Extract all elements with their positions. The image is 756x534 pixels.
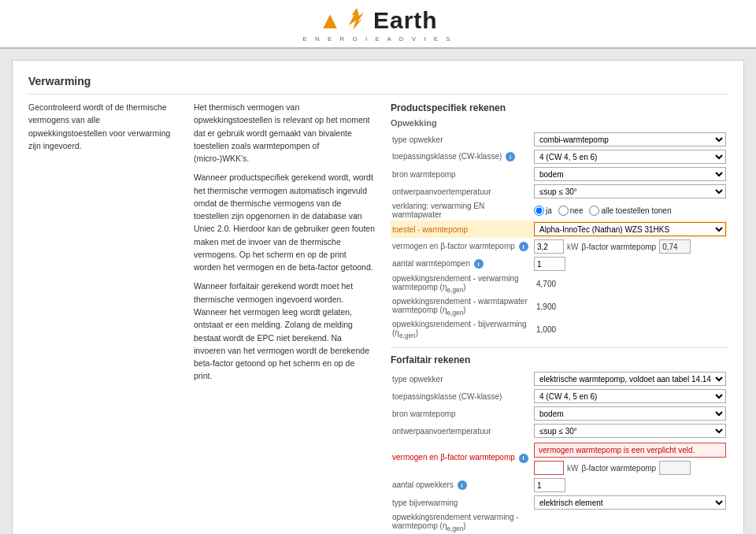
mid-text2: Wanneer productspecifiek gerekend wordt,… [194,171,375,273]
table-row-error: vermogen en β-factor warmtepomp i vermog… [391,439,728,477]
page-title: Verwarming [28,75,728,87]
forfaitair-table: type opwekker elektrische warmtepomp, vo… [391,370,728,534]
logo-subtitle: E N E R G I E A D V I E S [302,35,453,43]
info-icon-aantal[interactable]: i [474,259,484,269]
radio-nee[interactable]: nee [558,206,584,216]
table-row: aantal opwekkers i [391,477,728,494]
val-rend-bij: 1,000 [534,324,558,335]
select-toepassingsklasse[interactable]: 4 (CW 4, 5 en 6) [534,150,726,164]
opwekking-title: Opwekking [391,118,728,128]
table-row: bron warmtepomp bodem [391,165,728,183]
error-box-vermogen: vermogen warmtepomp is een verplicht vel… [534,443,726,458]
val-rend-verw: 4,700 [534,279,558,289]
table-row: toepassingsklasse (CW-klasse) 4 (CW 4, 5… [391,388,728,405]
table-row: type opwekker combi-warmtepomp [391,131,728,148]
label-ontwerptemp: ontwerpaan­voer­temperatuur [391,183,532,200]
radio-ja[interactable]: ja [534,206,552,216]
select-ontwerptemp[interactable]: ≤sup ≤ 30° [534,184,726,198]
table-row: toepassingsklasse (CW-klasse) i 4 (CW 4,… [391,148,728,165]
forfaitair-title: Forfaitair rekenen [391,354,728,365]
logo-flame-svg [345,6,369,35]
label-toepassingsklasse: toepassingsklasse (CW-klasse) i [391,148,532,165]
mid-text3: Wanneer forfaitair gerekend wordt moet h… [194,280,375,382]
table-row: opwekkingsrendement verwarming - warmtep… [391,511,728,534]
forfaitair-section: Forfaitair rekenen type opwekker elektri… [391,354,728,534]
select-fo-temp[interactable]: ≤sup ≤ 30° [534,424,726,438]
productspecifiek-title: Productspecifiek rekenen [391,102,728,113]
label-type-opwekker: type opwekker [391,131,532,148]
table-row: type opwekker elektrische warmtepomp, vo… [391,370,728,388]
info-icon-fo[interactable]: i [519,454,528,463]
table-row-highlight: toestel - warmtepomp Alpha-InnoTec (Nath… [391,221,728,238]
table-row: opwekkingsrendement - warmtapwater warmt… [391,295,728,318]
label-fo-klasse: toepassingsklasse (CW-klasse) [391,388,532,405]
logo-text: Earth [373,7,438,34]
info-icon-fo-aantal[interactable]: i [458,480,467,490]
select-fo-bijverw[interactable]: elektrisch element [534,495,726,510]
label-rend-bij: opwekkingsrendement - bijverwarming (ηe,… [391,318,532,341]
val-fo-rend-verw [534,517,539,528]
label-verklaring: verklaring: verwarming EN warmtapwater [391,200,532,221]
table-row: vermogen en β-factor warmtepomp i kW β-f… [391,238,728,255]
label-vermogen-beta: vermogen en β-factor warmtepomp i [391,238,532,255]
label-fo-vermogen: vermogen en β-factor warmtepomp i [391,439,532,477]
select-fo-bron[interactable]: bodem [534,406,726,421]
beta-value-fo [659,461,691,475]
main-content: Verwarming Gecontroleerd wordt of de the… [12,60,744,534]
select-fo-klasse[interactable]: 4 (CW 4, 5 en 6) [534,389,726,403]
beta-label-ps: β-factor warmtepomp [581,243,656,251]
label-fo-aantal: aantal opwekkers i [391,477,532,494]
info-icon[interactable]: i [506,152,515,161]
col-left: Gecontroleerd wordt of de thermische ver… [28,101,178,534]
svg-marker-0 [349,8,364,30]
page-wrapper: ▲ Earth E N E R G I E A D V I E S Verwar… [0,0,756,534]
select-toestel[interactable]: Alpha-InnoTec (Nathan) WZS 31HKS [534,222,726,236]
table-row: type bijverwarming elektrisch element [391,494,728,511]
beta-label-fo: β-factor warmtepomp [581,464,656,473]
select-type-opwekker[interactable]: combi-warmtepomp [534,132,726,146]
radio-verklaring: ja nee alle toestellen tonen [534,206,726,216]
three-col-layout: Gecontroleerd wordt of de thermische ver… [28,101,728,534]
productspecifiek-section: Productspecifiek rekenen Opwekking type … [391,102,728,341]
table-row: ontwerpaan­voer­temperatuur ≤sup ≤ 30° [391,422,728,439]
col-mid: Het thermisch vermogen van opwekkingstoe… [194,101,375,534]
info-icon-beta[interactable]: i [519,242,528,251]
input-aantal-wp[interactable] [534,257,565,271]
table-row: verklaring: verwarming EN warmtapwater j… [391,200,728,221]
productspecifiek-table: type opwekker combi-warmtepomp toepassin… [391,131,728,341]
input-fo-vermogen[interactable] [534,461,564,475]
label-fo-rend-verw: opwekkingsrendement verwarming - warmtep… [391,511,532,534]
kw-label-ps: kW [567,243,578,251]
select-bron[interactable]: bodem [534,167,726,181]
kw-label-fo: kW [567,464,578,473]
input-fo-aantal[interactable] [534,478,565,492]
label-bron: bron warmtepomp [391,165,532,183]
logo: ▲ Earth E N E R G I E A D V I E S [302,6,453,43]
beta-value-ps: 0,74 [659,239,691,254]
label-fo-bijverw: type bijverwarming [391,494,532,511]
val-rend-wt: 1,900 [534,302,558,312]
col-right: Productspecifiek rekenen Opwekking type … [391,101,728,534]
left-body-text: Gecontroleerd wordt of de thermische ver… [28,101,178,152]
table-row: bron warmtepomp bodem [391,405,728,422]
header: ▲ Earth E N E R G I E A D V I E S [0,0,756,49]
table-row: opwekkingsrendement - bijverwarming (ηe,… [391,318,728,341]
label-aantal-wp: aantal warmtepompen i [391,255,532,273]
select-fo-type[interactable]: elektrische warmtepomp, voldoet aan tabe… [534,372,726,386]
input-vermogen-ps[interactable] [534,239,564,254]
label-rend-wt: opwekkingsrendement - warmtapwater warmt… [391,295,532,318]
label-fo-type: type opwekker [391,370,532,388]
label-fo-temp: ontwerpaan­voer­temperatuur [391,422,532,439]
logo-wrap: ▲ Earth [318,6,437,35]
table-row: aantal warmtepompen i [391,255,728,273]
mid-text1: Het thermisch vermogen van opwekkingstoe… [194,101,375,165]
logo-flame-icon: ▲ [318,9,342,32]
table-row: ontwerpaan­voer­temperatuur ≤sup ≤ 30° [391,183,728,200]
table-row: opwekkingsrendement - verwarming warmtep… [391,273,728,295]
label-toestel: toestel - warmtepomp [391,221,532,238]
label-fo-bron: bron warmtepomp [391,405,532,422]
label-rend-verw: opwekkingsrendement - verwarming warmtep… [391,273,532,295]
radio-alle[interactable]: alle toestellen tonen [589,206,671,216]
